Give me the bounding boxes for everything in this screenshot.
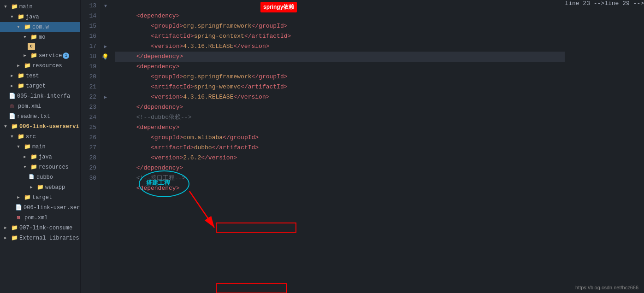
fold-icon[interactable] xyxy=(104,44,107,49)
line-num-30: 30 xyxy=(81,173,96,183)
arrow-icon: ▼ xyxy=(21,34,29,41)
tag-16: <version> xyxy=(151,43,183,50)
arrow-icon: ▶ xyxy=(15,194,22,201)
sidebar-item-006ser[interactable]: 📄 006-link-user.ser xyxy=(0,203,80,213)
val-16: 4.3.16.RELEASE xyxy=(183,43,233,50)
tag-close-25: </groupId> xyxy=(223,134,259,141)
fold-icon[interactable] xyxy=(104,94,107,100)
sidebar-item-label: readme.txt xyxy=(17,112,50,121)
gutter-17 xyxy=(100,41,111,52)
sidebar-item-java[interactable]: ▼ 📁 java xyxy=(0,12,80,22)
sidebar-item-target[interactable]: ▶ 📁 target xyxy=(0,81,80,91)
sidebar-item-006link[interactable]: ▼ 📁 006-link-userservi xyxy=(0,122,80,132)
file-icon: 📄 xyxy=(15,204,22,211)
sidebar-item-java2[interactable]: ▶ 📁 java xyxy=(0,152,80,162)
sidebar-item-comw[interactable]: ▼ 📁 com.w xyxy=(0,22,80,32)
sidebar-item-class-c[interactable]: C xyxy=(0,42,80,51)
folder-icon: 📁 xyxy=(24,62,31,70)
sidebar-item-main[interactable]: ▼ 📁 main xyxy=(0,2,80,12)
lightbulb-icon[interactable]: 💡 xyxy=(102,53,109,60)
sidebar-item-007link[interactable]: ▶ 📁 007-link-consume xyxy=(0,223,80,233)
indent-20 xyxy=(136,83,151,90)
tag-28: </dependency> xyxy=(136,164,183,171)
arrow-icon: ▶ xyxy=(2,234,9,242)
folder-icon: 📁 xyxy=(30,164,37,171)
sidebar-item-test[interactable]: ▶ 📁 test xyxy=(0,71,80,81)
sidebar-item-readme[interactable]: 📄 readme.txt xyxy=(0,111,80,122)
sidebar-item-005link[interactable]: 📄 005-link-interfa xyxy=(0,91,80,101)
arrow-icon: ▼ xyxy=(8,13,16,21)
sidebar-item-service[interactable]: ▶ 📁 service 1 xyxy=(0,51,80,61)
gutter-18: 💡 xyxy=(100,52,111,62)
line-num-29: 29 xyxy=(81,163,96,173)
badge: 1 xyxy=(63,53,69,59)
fold-icon[interactable] xyxy=(104,4,107,9)
arrow-icon: ▶ xyxy=(28,184,35,191)
folder-icon: 📁 xyxy=(30,34,37,41)
line-num-17: 17 xyxy=(81,41,96,52)
code-line-23: <!--dubbo依赖--> xyxy=(115,102,565,112)
sidebar-item-label: pom.xml xyxy=(24,213,47,223)
sidebar-item-label: java xyxy=(26,12,39,22)
sidebar-item-dubbo[interactable]: 📄 dubbo xyxy=(0,172,80,182)
folder-icon: 📁 xyxy=(17,133,24,141)
indent-26 xyxy=(136,144,151,151)
comment-23: <!--dubbo依赖--> xyxy=(136,114,192,121)
gutter-24 xyxy=(100,112,111,123)
sidebar-item-webapp[interactable]: ▶ 📁 webapp xyxy=(0,182,80,193)
comment-29: <!--接口工程--> xyxy=(136,175,186,182)
val-26: dubbo xyxy=(194,144,212,151)
sidebar-item-label: test xyxy=(26,71,39,81)
gutter-25 xyxy=(100,123,111,133)
gutter-29 xyxy=(100,163,111,173)
sidebar-item-src[interactable]: ▼ 📁 src xyxy=(0,132,80,142)
tag-18: <dependency> xyxy=(136,63,180,70)
tag-19: <groupId> xyxy=(151,73,183,80)
folder-icon: 📁 xyxy=(30,153,37,161)
gutter-19 xyxy=(100,62,111,72)
tag-close-16: </version> xyxy=(233,43,269,50)
sidebar-item-main2[interactable]: ▼ 📁 main xyxy=(0,142,80,152)
sidebar-item-label: 006-link-user.ser xyxy=(24,203,80,212)
code-editor: 13 14 15 16 17 18 19 20 21 22 23 24 25 2… xyxy=(81,0,644,293)
sidebar-item-pom1[interactable]: m pom.xml xyxy=(0,101,80,111)
sidebar-item-label: 006-link-userservi xyxy=(19,122,79,131)
sidebar-item-resources2[interactable]: ▼ 📁 resources xyxy=(0,162,80,172)
line-num-18: 18 xyxy=(81,52,96,62)
class-icon: C xyxy=(28,43,35,50)
val-19: org.springframework xyxy=(183,73,251,80)
val-25: com.alibaba xyxy=(183,134,223,141)
val-27: 2.6.2 xyxy=(183,154,201,161)
line-num-20: 20 xyxy=(81,72,96,82)
tag-close-20: </artifactId> xyxy=(241,83,287,90)
tag-close-19: </groupId> xyxy=(251,73,287,80)
sidebar-item-label: service xyxy=(39,51,62,60)
tag-close-26: </artifactId> xyxy=(212,144,259,151)
sidebar-item-label: dubbo xyxy=(36,173,53,182)
tag-25: <groupId> xyxy=(151,134,183,141)
sidebar-item-label: src xyxy=(26,132,36,141)
folder-icon: 📁 xyxy=(17,82,24,90)
sidebar-item-label: 007-link-consume xyxy=(19,223,72,233)
tag-open-13: <dependency> xyxy=(136,12,180,19)
sidebar-item-external[interactable]: ▶ 📁 External Libraries xyxy=(0,233,80,243)
val-15: spring-context xyxy=(194,33,244,40)
code-content[interactable]: <dependency> <groupId>org.springframewor… xyxy=(111,0,565,293)
line-num-25: 25 xyxy=(81,123,96,133)
sidebar-item-target2[interactable]: ▶ 📁 target xyxy=(0,193,80,203)
xml-icon: m xyxy=(15,214,22,222)
tag-close-27: </version> xyxy=(201,154,237,161)
arrow-icon: ▼ xyxy=(15,23,22,31)
gutter-13 xyxy=(100,1,111,11)
gutter-30 xyxy=(100,173,111,183)
sidebar-item-label: main xyxy=(32,142,46,152)
sidebar-item-label: External Libraries xyxy=(19,234,79,243)
sidebar-item-pom2[interactable]: m pom.xml xyxy=(0,213,80,223)
indent-19 xyxy=(136,73,151,80)
arrow-icon: ▼ xyxy=(15,143,22,151)
tag-21: <version> xyxy=(151,94,183,100)
sidebar-item-mo[interactable]: ▼ 📁 mo xyxy=(0,32,80,42)
gutter: 💡 xyxy=(100,0,111,293)
sidebar-item-resources[interactable]: ▶ 📁 resources xyxy=(0,61,80,71)
val-21: 4.3.16.RELEASE xyxy=(183,94,233,100)
